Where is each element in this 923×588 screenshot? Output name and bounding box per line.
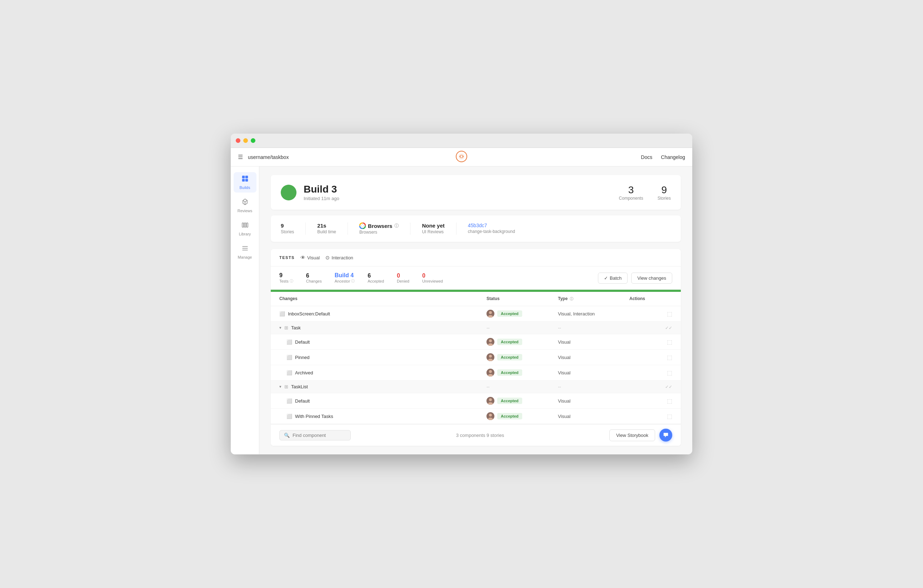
avatar	[486, 397, 494, 405]
commit-link[interactable]: 45b3dc7	[468, 223, 487, 228]
table-row: ⬜ With Pinned Tasks Accep	[271, 409, 681, 424]
builds-icon	[241, 175, 249, 184]
sidebar-item-reviews-label: Reviews	[238, 209, 253, 213]
view-changes-button[interactable]: View changes	[631, 273, 672, 284]
ancestor-num[interactable]: Build 4	[335, 272, 355, 279]
status-badge: Accepted	[497, 338, 522, 345]
sidebar-item-library-label: Library	[239, 232, 251, 236]
ancestor-stat: Build 4 Ancestor ⓘ	[335, 272, 355, 284]
browsers-label: Browsers	[359, 230, 399, 235]
story-icon: ⬜	[286, 414, 292, 419]
changes-stat: 6 Changes	[306, 273, 322, 283]
actions-cell: ✓✓	[629, 325, 672, 330]
accepted-num: 6	[368, 273, 384, 279]
svg-point-30	[489, 398, 492, 401]
row-name-text: Pinned	[295, 355, 309, 360]
avatar-img	[486, 338, 494, 346]
ui-reviews-info: None yet UI Reviews	[422, 223, 456, 235]
components-label: Components	[619, 196, 643, 201]
row-name: ▾ ⊞ Task	[279, 325, 486, 330]
action-icon[interactable]: ⬚	[667, 310, 672, 317]
status-cell: Accepted	[486, 310, 558, 318]
actions-cell: ✓✓	[629, 384, 672, 389]
row-name-text: Task	[291, 325, 301, 330]
svg-point-27	[489, 370, 492, 373]
chat-fab[interactable]	[659, 429, 672, 442]
sidebar-item-builds-label: Builds	[240, 186, 250, 190]
table-row: ⬜ Default Accepted	[271, 334, 681, 350]
maximize-button[interactable]	[251, 138, 255, 143]
action-icon[interactable]: ⬚	[667, 397, 672, 404]
search-input[interactable]	[292, 433, 343, 438]
row-name: ⬜ Default	[279, 398, 486, 404]
actions-cell: ⬚	[629, 413, 672, 420]
interaction-filter[interactable]: ⊙ Interaction	[325, 255, 353, 260]
table-header: Changes Status Type ⓘ Actions	[271, 292, 681, 306]
sidebar: Builds Reviews	[231, 166, 259, 454]
unreviewed-num: 0	[422, 273, 443, 279]
type-cell: Visual	[558, 370, 629, 375]
minimize-button[interactable]	[243, 138, 248, 143]
sidebar-item-library[interactable]: Library	[233, 218, 256, 239]
action-icon[interactable]: ⬚	[667, 338, 672, 345]
row-name-text: Default	[295, 398, 310, 404]
avatar	[486, 369, 494, 376]
view-storybook-button[interactable]: View Storybook	[609, 429, 655, 441]
table-row: ▾ ⊞ Task -- -- ✓✓	[271, 322, 681, 334]
story-icon: ⬜	[286, 355, 292, 360]
ui-reviews-label: UI Reviews	[422, 229, 444, 234]
sidebar-item-reviews[interactable]: Reviews	[233, 195, 256, 216]
docs-link[interactable]: Docs	[641, 154, 652, 160]
footer-search-wrap: 🔍	[279, 430, 351, 440]
action-icon[interactable]: ⬚	[667, 370, 672, 376]
type-cell: Visual, Interaction	[558, 311, 629, 317]
actions-cell: ⬚	[629, 310, 672, 317]
row-name-text: InboxScreen:Default	[288, 311, 330, 317]
svg-rect-8	[242, 223, 244, 227]
row-name: ⬜ Default	[279, 339, 486, 345]
svg-rect-5	[242, 179, 245, 181]
commit-value: 45b3dc7	[468, 223, 515, 228]
changelog-link[interactable]: Changelog	[661, 154, 685, 160]
sidebar-item-builds[interactable]: Builds	[233, 172, 256, 192]
visual-filter[interactable]: 👁 Visual	[301, 255, 320, 260]
status-cell: Accepted	[486, 369, 558, 376]
menu-icon[interactable]: ☰	[238, 154, 243, 160]
footer-counts: 3 components 9 stories	[456, 433, 504, 438]
build-status-indicator	[281, 185, 296, 200]
row-name: ⬜ Pinned	[279, 355, 486, 360]
interaction-filter-label: Interaction	[332, 255, 353, 260]
build-time-label: Build time	[317, 229, 336, 234]
row-name-text: Default	[295, 339, 310, 345]
collapse-icon[interactable]: ▾	[279, 325, 281, 330]
tests-help-icon: ⓘ	[290, 279, 293, 284]
traffic-lights	[236, 138, 255, 143]
sidebar-item-manage-label: Manage	[238, 255, 252, 260]
type-cell: --	[558, 384, 629, 389]
col-type: Type ⓘ	[558, 296, 629, 302]
topnav: ☰ username/taskbox Docs Changelog	[231, 148, 692, 166]
build-title: Build 3	[304, 184, 339, 195]
changes-table: Changes Status Type ⓘ Actions ⬜ InboxScr…	[271, 292, 681, 424]
close-button[interactable]	[236, 138, 240, 143]
grid-icon: ⊞	[284, 384, 288, 389]
status-cell: --	[486, 384, 558, 389]
row-name: ▾ ⊞ TaskList	[279, 384, 486, 389]
batch-button[interactable]: ✓ Batch	[598, 273, 627, 284]
build-header: Build 3 Initiated 11m ago 3 Components 9…	[271, 175, 681, 210]
ancestor-help-icon: ⓘ	[351, 279, 355, 284]
collapse-icon[interactable]: ▾	[279, 384, 281, 389]
tests-stats-bar: 9 Tests ⓘ 6 Changes Build 4 Ancestor	[271, 266, 681, 290]
action-icon[interactable]: ⬚	[667, 354, 672, 361]
type-cell: Visual	[558, 339, 629, 345]
action-icon[interactable]: ⬚	[667, 413, 672, 420]
stories-stat: 9 Stories	[658, 184, 671, 201]
action-icon[interactable]: ✓✓	[665, 325, 672, 330]
story-icon: ⬜	[286, 339, 292, 345]
row-name-text: With Pinned Tasks	[295, 414, 333, 419]
tests-label: Tests ⓘ	[279, 279, 293, 284]
sidebar-item-manage[interactable]: Manage	[233, 242, 256, 262]
avatar-img	[486, 310, 494, 318]
action-icon[interactable]: ✓✓	[665, 384, 672, 389]
actions-cell: ⬚	[629, 397, 672, 404]
